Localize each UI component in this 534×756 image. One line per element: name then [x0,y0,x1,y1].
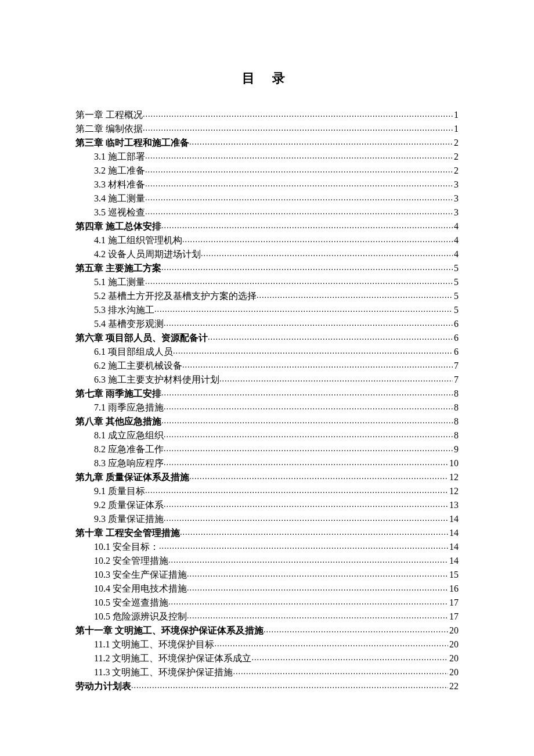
toc-leader-dots [164,427,453,441]
toc-leader-dots [164,399,453,413]
toc-leader-dots [164,497,448,511]
toc-entry: 第七章 雨季施工安排8 [75,387,459,401]
toc-entry-label: 8.3 应急响应程序 [94,456,164,470]
toc-entry-page: 20 [448,624,459,638]
toc-entry-page: 14 [448,554,459,568]
toc-leader-dots [145,190,453,204]
toc-leader-dots [161,386,453,399]
toc-leader-dots [145,274,453,288]
toc-entry-label: 4.2 设备人员周期进场计划 [94,247,201,261]
toc-entry-label: 5.2 基槽土方开挖及基槽支护方案的选择 [94,289,257,303]
toc-entry: 5.2 基槽土方开挖及基槽支护方案的选择5 [75,289,459,303]
toc-leader-dots [164,316,453,330]
toc-entry-page: 1 [453,122,459,136]
toc-entry-page: 2 [453,150,459,164]
toc-entry: 第十章 工程安全管理措施14 [75,526,459,540]
toc-leader-dots [208,330,453,344]
toc-entry: 第六章 项目部人员、资源配备计6 [75,331,459,345]
toc-entry-page: 12 [448,470,459,484]
toc-leader-dots [168,595,448,609]
toc-entry-page: 20 [448,638,459,651]
toc-title: 目 录 [75,70,459,87]
toc-leader-dots [161,218,453,232]
toc-leader-dots [173,344,453,358]
toc-entry: 劳动力计划表22 [75,679,459,693]
table-of-contents: 第一章 工程概况1第二章 编制依据1第三章 临时工程和施工准备23.1 施工部署… [75,108,459,693]
toc-leader-dots [164,511,448,525]
toc-entry-label: 第十章 工程安全管理措施 [75,526,180,540]
toc-leader-dots [168,553,448,567]
toc-entry-label: 11.2 文明施工、环境保护保证体系成立 [94,651,251,665]
toc-entry: 11.3 文明施工、环境保护保证措施20 [75,665,459,679]
toc-leader-dots [201,246,453,260]
toc-entry-label: 6.3 施工主要支护材料使用计划 [94,373,219,387]
toc-entry-label: 第一章 工程概况 [75,108,143,122]
toc-entry-page: 17 [448,596,459,610]
toc-leader-dots [251,650,448,664]
toc-entry-page: 17 [448,610,459,624]
toc-entry: 3.3 材料准备3 [75,178,459,192]
toc-entry: 10.2 安全管理措施14 [75,554,459,568]
toc-entry-page: 20 [448,665,459,679]
toc-entry-label: 8.2 应急准备工作 [94,442,164,456]
toc-leader-dots [145,163,453,177]
toc-entry-page: 14 [448,540,459,554]
toc-entry-page: 3 [453,178,459,192]
toc-entry: 3.1 施工部署2 [75,150,459,164]
toc-entry-page: 5 [453,275,459,289]
toc-entry: 第三章 临时工程和施工准备2 [75,136,459,150]
toc-entry-label: 10.5 危险源辨识及控制 [94,610,187,624]
toc-entry-label: 5.4 基槽变形观测 [94,317,164,331]
toc-entry-page: 10 [448,456,459,470]
toc-entry: 第九章 质量保证体系及措施12 [75,470,459,484]
toc-entry-label: 10.3 安全生产保证措施 [94,568,187,582]
toc-entry-label: 第九章 质量保证体系及措施 [75,470,189,484]
toc-entry: 10.5 安全巡查措施17 [75,596,459,610]
toc-leader-dots [143,107,453,121]
toc-entry-page: 8 [453,415,459,429]
toc-entry-label: 10.2 安全管理措施 [94,554,168,568]
toc-leader-dots [189,469,448,483]
toc-leader-dots [131,678,448,692]
toc-entry-page: 3 [453,206,459,219]
toc-entry: 9.3 质量保证措施14 [75,512,459,526]
toc-entry: 3.4 施工测量3 [75,192,459,206]
toc-entry: 4.2 设备人员周期进场计划4 [75,247,459,261]
toc-entry-label: 第二章 编制依据 [75,122,143,136]
toc-entry-page: 2 [453,164,459,178]
toc-leader-dots [159,539,448,553]
toc-entry: 10.4 安全用电技术措施16 [75,582,459,596]
toc-entry-page: 9 [453,442,459,456]
toc-entry-label: 6.1 项目部组成人员 [94,345,173,359]
toc-entry: 5.4 基槽变形观测6 [75,317,459,331]
toc-entry-page: 8 [453,401,459,415]
toc-leader-dots [145,149,453,163]
toc-entry-page: 6 [453,331,459,345]
toc-leader-dots [257,288,453,302]
toc-entry-label: 3.1 施工部署 [94,150,145,164]
toc-entry-label: 9.1 质量目标 [94,484,145,498]
toc-leader-dots [145,204,453,218]
toc-entry: 9.1 质量目标12 [75,484,459,498]
toc-entry-label: 3.2 施工准备 [94,164,145,178]
toc-entry-label: 11.3 文明施工、环境保护保证措施 [94,665,233,679]
toc-leader-dots [219,372,453,386]
toc-entry: 5.3 排水沟施工5 [75,303,459,317]
toc-entry-page: 14 [448,526,459,540]
toc-entry-page: 4 [453,219,459,233]
toc-entry-label: 3.5 巡视检查 [94,206,145,219]
toc-entry-label: 10.1 安全目标： [94,540,159,554]
toc-leader-dots [187,581,448,595]
toc-leader-dots [145,177,453,190]
toc-entry: 第八章 其他应急措施8 [75,415,459,429]
toc-entry-page: 6 [453,345,459,359]
toc-entry-label: 3.4 施工测量 [94,192,145,206]
toc-entry: 5.1 施工测量5 [75,275,459,289]
toc-entry-label: 第六章 项目部人员、资源配备计 [75,331,208,345]
toc-entry-page: 5 [453,261,459,275]
toc-entry-page: 1 [453,108,459,122]
toc-entry-label: 3.3 材料准备 [94,178,145,192]
toc-entry: 10.1 安全目标：14 [75,540,459,554]
toc-entry-page: 5 [453,289,459,303]
toc-entry: 6.2 施工主要机械设备7 [75,359,459,373]
